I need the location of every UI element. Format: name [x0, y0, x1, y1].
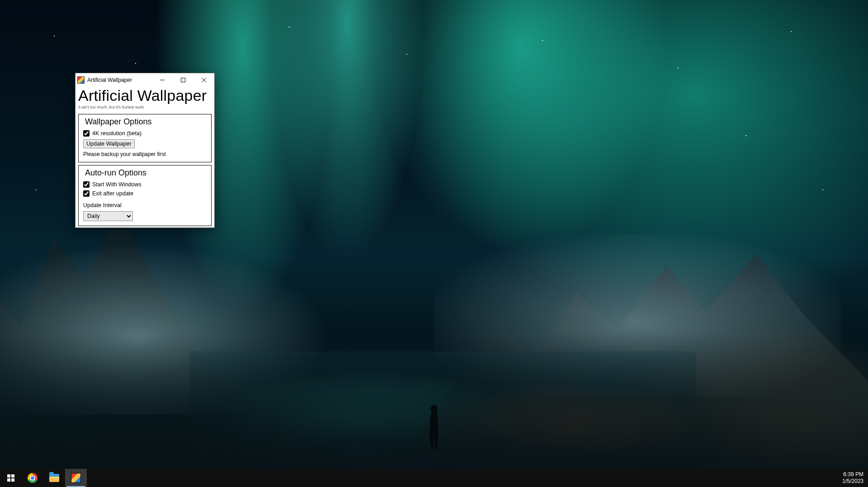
system-clock[interactable]: 6:39 PM 1/5/2023: [842, 471, 863, 485]
close-icon: [202, 78, 206, 82]
chk-start-row[interactable]: Start With Windows: [83, 181, 207, 188]
wallpaper-options-title: Wallpaper Options: [83, 117, 207, 127]
app-window[interactable]: Artificial Wallpaper Artificial Wallpape…: [75, 73, 215, 228]
taskbar-left: [0, 469, 87, 487]
svg-rect-1: [7, 474, 10, 478]
clock-time: 6:39 PM: [842, 471, 863, 478]
chk-4k-label: 4K resolution (beta): [92, 130, 142, 137]
windows-logo-icon: [7, 474, 14, 482]
svg-rect-4: [11, 478, 14, 482]
update-interval-label: Update Interval: [83, 202, 207, 208]
svg-rect-2: [11, 474, 14, 478]
artificial-wallpaper-icon: [71, 473, 81, 483]
titlebar[interactable]: Artificial Wallpaper: [75, 73, 214, 87]
minimize-button[interactable]: [152, 73, 173, 87]
backup-hint: Please backup your wallpaper first: [83, 151, 207, 157]
clock-date: 1/5/2023: [842, 478, 863, 485]
chk-start-label: Start With Windows: [92, 181, 142, 188]
chk-exit-row[interactable]: Exit after update: [83, 190, 207, 197]
app-icon: [77, 76, 85, 84]
taskbar-right[interactable]: 6:39 PM 1/5/2023: [840, 469, 868, 487]
wallpaper-options-group: Wallpaper Options 4K resolution (beta) U…: [78, 114, 212, 162]
autorun-options-title: Auto-run Options: [83, 168, 207, 178]
chk-start-with-windows[interactable]: [83, 181, 90, 188]
autorun-options-group: Auto-run Options Start With Windows Exit…: [78, 165, 212, 226]
chrome-icon: [28, 473, 38, 483]
maximize-button[interactable]: [173, 73, 193, 87]
window-content: Artificial Wallpaper It ain't too much, …: [75, 87, 214, 230]
app-heading: Artificial Wallpaper: [78, 88, 212, 104]
chk-4k-row[interactable]: 4K resolution (beta): [83, 130, 207, 137]
svg-rect-0: [181, 78, 185, 82]
taskbar[interactable]: 6:39 PM 1/5/2023: [0, 469, 868, 487]
window-title: Artificial Wallpaper: [87, 77, 132, 83]
chk-exit-after-update[interactable]: [83, 190, 90, 197]
taskbar-file-explorer[interactable]: [43, 469, 65, 487]
chk-exit-label: Exit after update: [92, 190, 133, 197]
maximize-icon: [181, 78, 185, 82]
minimize-icon: [160, 78, 165, 82]
desktop-wallpaper[interactable]: Artificial Wallpaper Artificial Wallpape…: [0, 0, 868, 469]
svg-rect-3: [7, 478, 10, 482]
taskbar-artificial-wallpaper[interactable]: [65, 469, 87, 487]
close-button[interactable]: [193, 73, 214, 87]
lone-figure: [425, 397, 443, 451]
app-subtitle: It ain't too much, but it's honest work: [78, 105, 212, 109]
taskbar-chrome[interactable]: [22, 469, 43, 487]
chk-4k[interactable]: [83, 130, 90, 137]
file-explorer-icon: [49, 474, 59, 482]
start-button[interactable]: [0, 469, 22, 487]
update-interval-select[interactable]: Daily: [83, 211, 133, 221]
update-wallpaper-button[interactable]: Update Wallpaper: [83, 139, 135, 148]
